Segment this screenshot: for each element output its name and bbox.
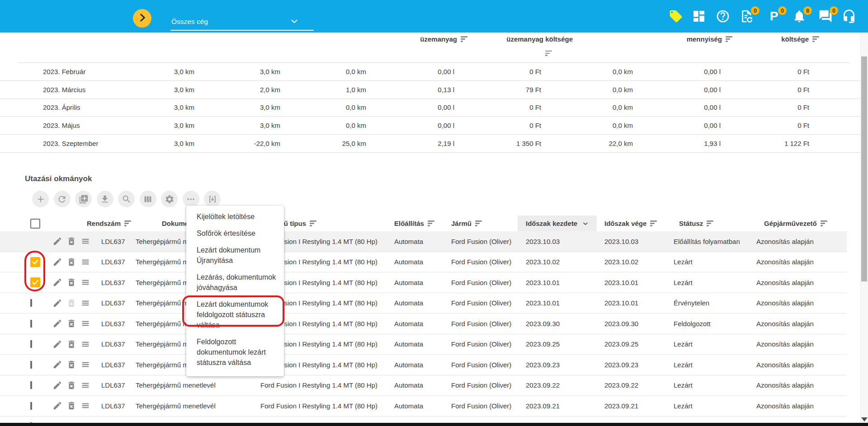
cell-jarmu: Ford Fusion (Oliver): [450, 340, 518, 348]
edit-icon[interactable]: [52, 401, 62, 411]
edit-icon[interactable]: [52, 380, 62, 390]
row-menu-icon[interactable]: [80, 236, 90, 246]
delete-icon[interactable]: [66, 236, 76, 246]
company-select[interactable]: Összes cég: [170, 13, 314, 31]
export-button[interactable]: [204, 191, 221, 207]
delete-icon[interactable]: [66, 339, 76, 349]
edit-icon[interactable]: [52, 318, 62, 328]
row-checkbox[interactable]: [30, 402, 32, 410]
row-menu-icon[interactable]: [80, 277, 90, 287]
settings-button[interactable]: [161, 191, 178, 207]
cell-vezeto: Azonosítás alapján: [756, 258, 847, 266]
row-menu-icon[interactable]: [80, 257, 90, 267]
summary-value: 0,00 l: [366, 122, 454, 129]
summary-header-mennyiseg[interactable]: mennyiség: [687, 35, 732, 43]
refresh-button[interactable]: [54, 191, 71, 207]
edit-icon[interactable]: [52, 277, 62, 287]
column-header-rendszam[interactable]: Rendszám: [95, 215, 136, 231]
headset-icon[interactable]: [840, 0, 858, 33]
row-menu-icon[interactable]: [80, 401, 90, 411]
menu-item[interactable]: Lezárt dokumentum Újranyitása: [186, 242, 284, 269]
delete-icon[interactable]: [66, 401, 76, 411]
summary-value: 0 Ft: [454, 68, 541, 75]
parking-icon[interactable]: P: [765, 0, 783, 33]
summary-header-koltsege[interactable]: költsége: [781, 35, 819, 43]
row-actions: [45, 360, 95, 370]
edit-icon[interactable]: [52, 236, 62, 246]
table-row[interactable]: LDL637Tehergépjármű menetlevélFord Fusio…: [0, 231, 847, 252]
row-menu-icon[interactable]: [80, 298, 90, 308]
columns-button[interactable]: [140, 191, 156, 207]
cell-jarmu: Ford Fusion (Oliver): [450, 279, 518, 286]
delete-icon[interactable]: [66, 277, 76, 287]
row-menu-icon[interactable]: [80, 339, 90, 349]
refresh-icon: [57, 194, 67, 204]
tag-icon[interactable]: [667, 0, 684, 33]
table-row[interactable]: LDL637Tehergépjármű menetlevélFord Fusio…: [0, 334, 847, 355]
scrollbar-down-arrow[interactable]: [861, 417, 868, 421]
column-header-gepjarmuvezeto[interactable]: Gépjárművezető: [756, 215, 847, 231]
column-header-jarmu[interactable]: Jármű: [450, 215, 518, 231]
row-menu-icon[interactable]: [80, 318, 90, 328]
edit-icon[interactable]: [52, 257, 62, 267]
menu-item[interactable]: Lezárás, dokumentumok jóváhagyása: [186, 269, 284, 296]
columns-icon: [143, 194, 153, 204]
edit-icon[interactable]: [52, 360, 62, 370]
more-button[interactable]: [183, 191, 199, 207]
document-refresh-icon[interactable]: [738, 0, 755, 33]
row-menu-icon[interactable]: [80, 360, 90, 370]
menu-item[interactable]: Sofőrök értesítése: [186, 225, 284, 242]
table-row[interactable]: LDL637Tehergépjármű menetlevélFord Fusio…: [0, 272, 847, 293]
table-row[interactable]: LDL637Tehergépjármű menetlevélFord Fusio…: [0, 396, 847, 417]
row-checkbox[interactable]: [30, 340, 32, 348]
edit-icon[interactable]: [52, 339, 62, 349]
download-button[interactable]: [97, 191, 113, 207]
table-row[interactable]: LDL637Tehergépjármű menetlevélFord Fusio…: [0, 293, 847, 314]
summary-value: 0,0 km: [541, 68, 633, 75]
column-header-idoszak-kezdete[interactable]: Időszak kezdete: [518, 215, 597, 231]
summary-header-uzemanyag[interactable]: üzemanyag: [420, 35, 467, 43]
table-row[interactable]: LDL637Tehergépjármű menetlevélFord Fusio…: [0, 355, 847, 375]
search-button[interactable]: [118, 191, 135, 207]
notifications-badge: 8: [803, 6, 812, 15]
cell-vezeto: Azonosítás alapján: [756, 340, 847, 348]
scrollbar-thumb[interactable]: [861, 56, 867, 281]
delete-icon[interactable]: [66, 380, 76, 390]
row-checkbox[interactable]: [30, 381, 32, 389]
delete-icon[interactable]: [66, 318, 76, 328]
menu-item[interactable]: Kijelöltek letöltése: [186, 208, 284, 225]
cell-kezdete: 2023.10.01: [518, 279, 597, 286]
dashboard-icon[interactable]: [690, 0, 708, 33]
row-checkbox[interactable]: [30, 361, 32, 369]
messages-icon[interactable]: [817, 0, 834, 33]
cell-statusz: Lezárt: [674, 258, 756, 266]
column-header-statusz[interactable]: Státusz: [674, 215, 756, 231]
delete-icon[interactable]: [66, 360, 76, 370]
column-header-eloallitas[interactable]: Előállítás: [393, 215, 450, 231]
delete-icon[interactable]: [66, 257, 76, 267]
sort-icon: [707, 220, 713, 226]
summary-value: 2,19 l: [366, 140, 454, 147]
cell-vege: 2023.09.21: [597, 402, 674, 410]
add-button[interactable]: [32, 191, 49, 207]
download-icon: [100, 194, 110, 204]
summary-value: 0 Ft: [454, 122, 541, 129]
table-row[interactable]: LDL637Tehergépjármű menetlevélFord Fusio…: [0, 375, 847, 396]
summary-value: 25,0 km: [280, 140, 366, 147]
summary-header-uzemanyag-koltsege[interactable]: üzemanyag költsége: [506, 35, 573, 43]
duplicate-icon: [79, 194, 89, 204]
table-row[interactable]: LDL637Tehergépjármű menetlevélFord Fusio…: [0, 252, 847, 273]
notifications-icon[interactable]: [791, 0, 808, 33]
row-checkbox[interactable]: [30, 299, 32, 307]
column-header-idoszak-vege[interactable]: Időszak vége: [597, 215, 674, 231]
row-checkbox[interactable]: [30, 320, 32, 328]
row-menu-icon[interactable]: [80, 380, 90, 390]
summary-month-label: 2023. Április: [27, 103, 113, 111]
edit-icon[interactable]: [52, 298, 62, 308]
help-icon[interactable]: [714, 0, 731, 33]
sidebar-expand-button[interactable]: [133, 9, 151, 28]
table-row[interactable]: LDL637Tehergépjármű menetlevélFord Fusio…: [0, 314, 847, 334]
menu-item[interactable]: Feldolgozott dokumentumok lezárt státusz…: [186, 333, 284, 371]
duplicate-button[interactable]: [75, 191, 92, 207]
select-all-checkbox[interactable]: [30, 219, 40, 229]
